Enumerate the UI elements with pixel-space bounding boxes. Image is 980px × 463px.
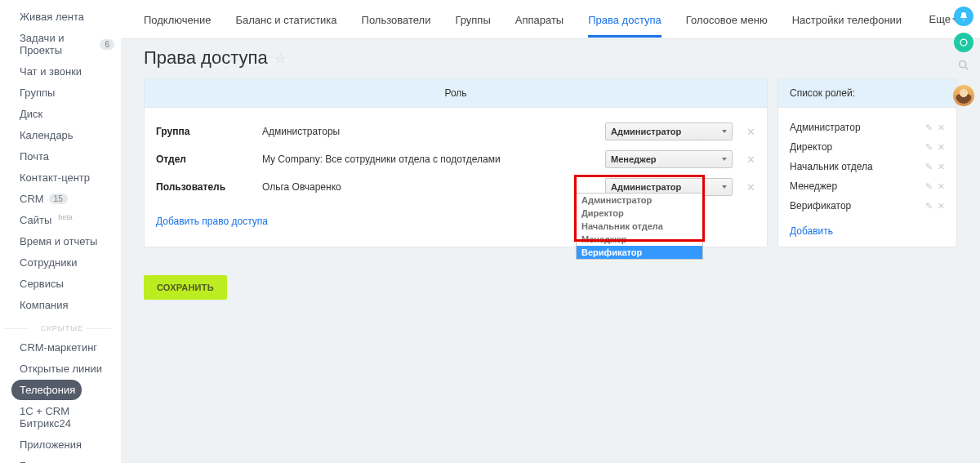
sidebar-item-label: Задачи и Проекты — [20, 32, 95, 56]
panel-roles-header: Список ролей: — [778, 79, 956, 108]
row-value: Администраторы — [262, 126, 605, 137]
sidebar-item-services[interactable]: Сервисы — [11, 274, 70, 294]
sidebar-hidden-label: СКРЫТЫЕ — [3, 324, 121, 332]
edit-icon[interactable]: ✎ — [925, 201, 933, 211]
sidebar-item-mail[interactable]: Почта — [11, 146, 56, 167]
remove-row-button[interactable]: ✕ — [733, 181, 755, 194]
dropdown-option-selected[interactable]: Верификатор — [577, 246, 702, 259]
edit-icon[interactable]: ✎ — [925, 142, 933, 153]
dropdown-option[interactable]: Директор — [577, 207, 702, 220]
tab-access-rights[interactable]: Права доступа — [588, 2, 662, 38]
edit-icon[interactable]: ✎ — [925, 162, 933, 172]
sidebar-item-tasks[interactable]: Задачи и Проекты6 — [11, 28, 121, 60]
badge: 6 — [100, 39, 114, 50]
sidebar-item-company[interactable]: Компания — [11, 295, 75, 315]
delete-icon[interactable]: ✕ — [938, 142, 945, 153]
sidebar-item-crm[interactable]: CRM15 — [11, 189, 74, 209]
role-item: Администратор ✎✕ — [790, 118, 945, 137]
sidebar-item-telephony[interactable]: Телефония — [11, 380, 82, 400]
dropdown-option[interactable]: Начальник отдела — [577, 220, 702, 233]
sidebar-item-1c-crm[interactable]: 1С + CRM Битрикс24 — [11, 401, 121, 434]
sidebar-item-label: 1С + CRM Битрикс24 — [20, 405, 114, 430]
select-value: Менеджер — [611, 154, 657, 164]
permission-row-group: Группа Администраторы Администратор ✕ — [156, 118, 755, 145]
notifications-icon[interactable] — [954, 7, 973, 26]
sidebar-item-label: CRM-маркетинг — [20, 341, 97, 354]
delete-icon[interactable]: ✕ — [938, 162, 945, 172]
sidebar-item-label: Сервисы — [20, 278, 64, 290]
sidebar-item-contact-center[interactable]: Контакт-центр — [11, 167, 96, 188]
sidebar-item-employees[interactable]: Сотрудники — [11, 252, 83, 273]
role-item: Начальник отдела ✎✕ — [790, 157, 945, 176]
chevron-down-icon — [722, 130, 727, 133]
row-value: My Company: Все сотрудники отдела с подо… — [262, 154, 605, 165]
remove-row-button[interactable]: ✕ — [733, 126, 755, 138]
permission-row-user: Пользователь Ольга Овчаренко Администрат… — [156, 173, 755, 201]
sidebar-item-label: Компания — [20, 299, 69, 311]
dropdown-option[interactable]: Менеджер — [577, 233, 702, 246]
sidebar-item-label: Приложения — [20, 439, 82, 451]
right-rail — [947, 0, 980, 463]
sidebar-item-label: Бизнес-процессы — [20, 460, 105, 463]
role-select-department[interactable]: Менеджер — [605, 150, 733, 168]
add-role-link[interactable]: Добавить — [790, 225, 833, 237]
role-item: Директор ✎✕ — [790, 137, 945, 157]
sidebar-item-time[interactable]: Время и отчеты — [11, 231, 104, 252]
delete-icon[interactable]: ✕ — [938, 201, 945, 211]
sidebar-item-open-lines[interactable]: Открытые линии — [11, 358, 109, 379]
tab-ivr[interactable]: Голосовое меню — [686, 2, 768, 38]
sidebar-item-feed[interactable]: Живая лента — [11, 7, 91, 27]
sidebar-item-label: Контакт-центр — [20, 171, 90, 184]
sidebar-item-label: Группы — [20, 87, 55, 99]
add-permission-link[interactable]: Добавить право доступа — [156, 216, 268, 227]
sidebar-item-label: Диск — [20, 108, 42, 120]
edit-icon[interactable]: ✎ — [925, 122, 933, 133]
role-name: Администратор — [790, 122, 861, 133]
sidebar-item-sites[interactable]: Сайтыbeta — [11, 210, 79, 230]
sidebar-item-crm-marketing[interactable]: CRM-маркетинг — [11, 337, 104, 358]
tab-connection[interactable]: Подключение — [144, 2, 211, 38]
badge: 15 — [49, 194, 68, 204]
sidebar-item-label: Сайты — [20, 214, 51, 226]
sidebar-item-groups[interactable]: Группы — [11, 82, 61, 103]
save-button[interactable]: СОХРАНИТЬ — [144, 275, 227, 300]
sidebar-item-disk[interactable]: Диск — [11, 104, 49, 124]
delete-icon[interactable]: ✕ — [938, 122, 945, 133]
delete-icon[interactable]: ✕ — [938, 181, 945, 192]
dropdown-option[interactable]: Администратор — [577, 194, 702, 207]
panel-role-header: Роль — [145, 79, 767, 108]
sidebar-item-business-processes[interactable]: Бизнес-процессы — [11, 456, 112, 463]
role-select-group[interactable]: Администратор — [605, 122, 733, 140]
sidebar-item-chat[interactable]: Чат и звонки — [11, 61, 88, 82]
chat-icon[interactable] — [954, 33, 973, 52]
sidebar-item-label: Сотрудники — [20, 256, 77, 269]
sidebar-item-label: Календарь — [20, 129, 74, 141]
beta-tag: beta — [58, 213, 73, 221]
tab-balance[interactable]: Баланс и статистика — [235, 2, 336, 38]
select-value: Администратор — [611, 182, 681, 192]
role-name: Начальник отдела — [790, 161, 873, 172]
sidebar-item-label: CRM — [20, 193, 44, 205]
panel-roles-list: Список ролей: Администратор ✎✕ Директор … — [777, 78, 957, 247]
row-value: Ольга Овчаренко — [262, 181, 605, 193]
sidebar-item-label: Чат и звонки — [20, 65, 82, 78]
user-avatar[interactable] — [953, 85, 974, 106]
search-icon[interactable] — [957, 59, 970, 75]
favorite-star-icon[interactable]: ☆ — [274, 51, 286, 66]
sidebar-item-label: Почта — [20, 150, 49, 162]
page-title: Права доступа — [144, 47, 268, 69]
sidebar-item-label: Телефония — [20, 384, 75, 396]
edit-icon[interactable]: ✎ — [925, 181, 933, 192]
tab-devices[interactable]: Аппараты — [515, 2, 564, 38]
row-label: Пользователь — [156, 181, 262, 193]
tab-users[interactable]: Пользователи — [362, 2, 431, 38]
role-name: Верификатор — [790, 200, 851, 211]
remove-row-button[interactable]: ✕ — [733, 154, 755, 166]
sidebar-item-apps[interactable]: Приложения — [11, 434, 88, 455]
sidebar-item-calendar[interactable]: Календарь — [11, 125, 80, 145]
tab-telephony-settings[interactable]: Настройки телефонии — [792, 2, 902, 38]
role-item: Верификатор ✎✕ — [790, 196, 945, 216]
svg-point-1 — [960, 61, 966, 68]
tab-groups[interactable]: Группы — [455, 2, 490, 38]
role-item: Менеджер ✎✕ — [790, 176, 945, 196]
